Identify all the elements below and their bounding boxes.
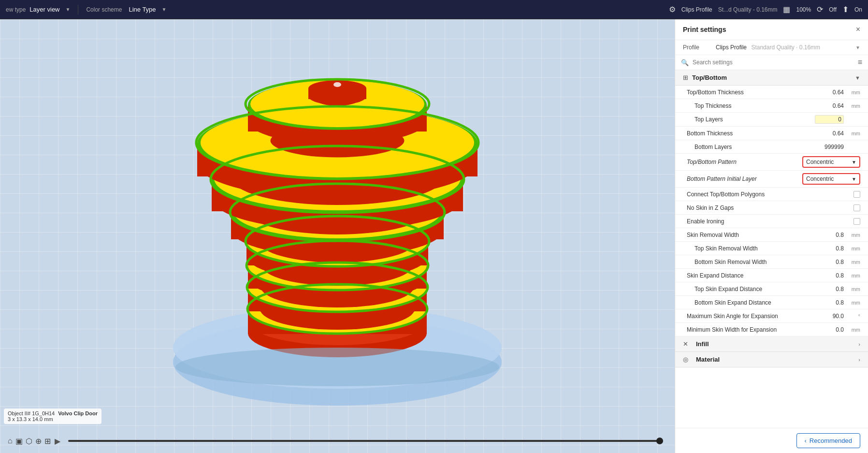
setting-name: Top/Bottom Thickness <box>687 89 815 96</box>
profile-quality-text: Standard Quality · 0.16mm <box>751 44 820 51</box>
setting-row-bottom-pattern-initial: Bottom Pattern Initial Layer Concentric … <box>675 171 868 188</box>
recommended-button[interactable]: ‹ Recommended <box>796 433 861 448</box>
setting-unit: mm <box>846 286 860 292</box>
setting-value[interactable]: 0.8 <box>815 272 844 279</box>
setting-unit: mm <box>846 327 860 333</box>
bottom-pattern-initial-dropdown[interactable]: Concentric ▼ <box>802 173 860 185</box>
setting-row-skin-expand: Skin Expand Distance 0.8 mm <box>675 269 868 282</box>
setting-row-bottom-layers: Bottom Layers 999999 <box>675 140 868 154</box>
setting-value[interactable]: 0.0 <box>815 326 844 333</box>
upload-icon[interactable]: ⬆ <box>842 5 849 14</box>
setting-row-top-skin-removal: Top Skin Removal Width 0.8 mm <box>675 242 868 255</box>
viewport-bottom: ⌂ ▣ ⬡ ⊕ ⊞ ▶ <box>0 429 675 453</box>
setting-name: Bottom Pattern Initial Layer <box>687 175 802 182</box>
panel-footer: ‹ Recommended <box>675 428 868 453</box>
setting-name: Bottom Skin Expand Distance <box>687 299 815 306</box>
right-panel: Print settings × Profile Clips Profile S… <box>675 19 868 453</box>
layers-icon[interactable]: ⊕ <box>35 437 42 446</box>
setting-row-skin-removal: Skin Removal Width 0.8 mm <box>675 228 868 242</box>
setting-value[interactable]: 0.64 <box>815 130 844 137</box>
setting-row-connect-polygons: Connect Top/Bottom Polygons <box>675 188 868 201</box>
color-scheme-chevron[interactable]: ▼ <box>162 7 167 12</box>
setting-value[interactable]: 0.64 <box>815 102 844 109</box>
profile-label: Profile <box>683 44 712 51</box>
dropdown-value: Concentric <box>806 159 834 165</box>
setting-value[interactable]: 0.8 <box>815 299 844 306</box>
color-scheme-section: Color scheme Line Type ▼ <box>86 6 166 13</box>
chevron-left-icon: ‹ <box>805 437 807 444</box>
cylinder-icon[interactable]: ⬡ <box>26 437 32 446</box>
dropdown-arrow: ▼ <box>852 176 856 182</box>
svg-point-53 <box>333 82 341 87</box>
infill-chevron: › <box>858 341 860 347</box>
setting-value[interactable]: 90.0 <box>815 313 844 320</box>
setting-row-max-skin-angle: Maximum Skin Angle for Expansion 90.0 ° <box>675 309 868 323</box>
on-label: On <box>854 6 862 13</box>
setting-row-top-layers: Top Layers 0 <box>675 113 868 127</box>
setting-row-bottom-skin-expand: Bottom Skin Expand Distance 0.8 mm <box>675 296 868 309</box>
setting-value[interactable]: 0.8 <box>815 259 844 265</box>
top-bottom-pattern-dropdown[interactable]: Concentric ▼ <box>802 156 860 168</box>
enable-ironing-checkbox[interactable] <box>854 218 860 225</box>
material-icon: ◎ <box>683 356 688 363</box>
section-header-infill[interactable]: ✕ Infill › <box>675 336 868 352</box>
setting-row-tb-thickness: Top/Bottom Thickness 0.64 mm <box>675 86 868 99</box>
main-layout: Object II# 1G_0H14 Volvo Clip Door 3 x 1… <box>0 19 868 453</box>
profile-name: Clips Profile <box>716 44 747 51</box>
setting-value-highlighted[interactable]: 0 <box>815 115 844 124</box>
profile-chevron[interactable]: ▼ <box>855 45 860 50</box>
grid-icon[interactable]: ▦ <box>783 5 790 14</box>
section-chevron-top-bottom: ▼ <box>855 75 860 81</box>
layer-slider[interactable] <box>68 440 663 442</box>
profile-row[interactable]: Profile Clips Profile Standard Quality ·… <box>675 40 868 55</box>
setting-name: Top/Bottom Pattern <box>687 159 802 165</box>
play-button[interactable]: ▶ <box>55 437 60 446</box>
connect-polygons-checkbox[interactable] <box>854 191 860 198</box>
section-header-material[interactable]: ◎ Material › <box>675 352 868 367</box>
setting-name: Bottom Layers <box>687 144 815 150</box>
search-input[interactable] <box>693 59 854 66</box>
dropdown-value: Concentric <box>806 175 834 182</box>
close-button[interactable]: × <box>856 25 860 34</box>
setting-row-bottom-skin-removal: Bottom Skin Removal Width 0.8 mm <box>675 255 868 269</box>
profile-quality: St...d Quality - 0.16mm <box>718 6 778 13</box>
cube-icon[interactable]: ▣ <box>15 437 23 446</box>
setting-name: Top Skin Removal Width <box>687 245 815 252</box>
section-title-infill: Infill <box>696 340 709 348</box>
setting-unit: mm <box>846 131 860 136</box>
setting-value[interactable]: 0.8 <box>815 232 844 238</box>
profile-value: Clips Profile Standard Quality · 0.16mm <box>716 44 852 51</box>
top-bar: ew type Layer view ▼ Color scheme Line T… <box>0 0 868 19</box>
settings-content[interactable]: ⊞ Top/Bottom ▼ Top/Bottom Thickness 0.64… <box>675 70 868 428</box>
svg-point-62 <box>175 348 499 386</box>
setting-row-min-skin-width: Minimum Skin Width for Expansion 0.0 mm <box>675 323 868 336</box>
home-icon[interactable]: ⌂ <box>8 437 13 445</box>
setting-value[interactable]: 0.64 <box>815 89 844 96</box>
setting-unit: mm <box>846 232 860 238</box>
separator-1 <box>78 5 78 15</box>
menu-icon[interactable]: ≡ <box>858 58 862 67</box>
setting-name: Top Thickness <box>687 102 815 109</box>
no-skin-z-checkbox[interactable] <box>854 205 860 211</box>
setting-value[interactable]: 999999 <box>815 144 844 150</box>
3d-object-svg <box>168 53 506 420</box>
object-dims: 3 x 13.3 x 14.0 mm <box>8 416 98 422</box>
section-header-top-bottom[interactable]: ⊞ Top/Bottom ▼ <box>675 70 868 86</box>
setting-value[interactable]: 0.8 <box>815 245 844 252</box>
viewport[interactable]: Object II# 1G_0H14 Volvo Clip Door 3 x 1… <box>0 19 675 453</box>
sync-icon[interactable]: ⟳ <box>817 5 823 14</box>
view-type-chevron[interactable]: ▼ <box>66 7 71 12</box>
view-type-value[interactable]: Layer view <box>29 6 59 13</box>
color-scheme-value[interactable]: Line Type <box>129 6 156 13</box>
setting-value[interactable]: 0.8 <box>815 286 844 292</box>
setting-row-enable-ironing: Enable Ironing <box>675 215 868 228</box>
settings-icon[interactable]: ⚙ <box>669 5 676 14</box>
object-label: Object II# 1G_0H14 Volvo Clip Door <box>8 410 98 416</box>
setting-name: Maximum Skin Angle for Expansion <box>687 313 815 320</box>
grid-view-icon[interactable]: ⊞ <box>44 437 51 446</box>
search-icon: 🔍 <box>681 59 689 66</box>
zoom-level: 100% <box>796 6 811 13</box>
panel-title: Print settings <box>683 26 726 33</box>
setting-unit: mm <box>846 246 860 251</box>
object-name: Volvo Clip Door <box>58 410 98 416</box>
